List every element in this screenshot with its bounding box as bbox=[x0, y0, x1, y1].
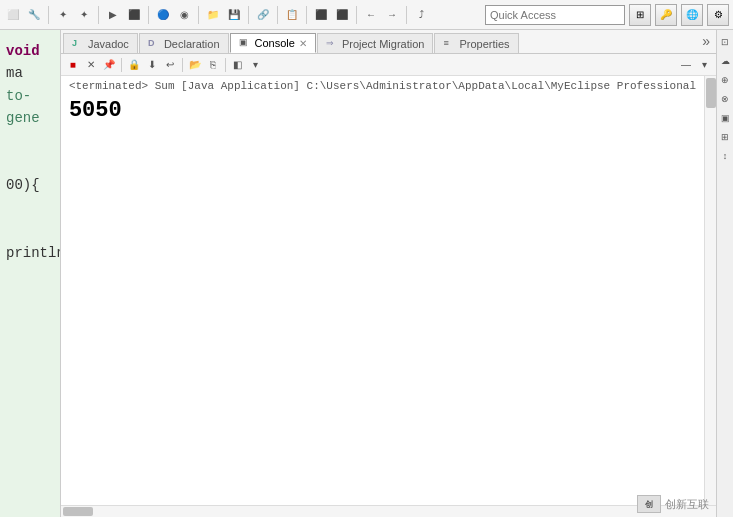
console-toolbar: ■ ✕ 📌 🔒 ⬇ ↩ 📂 ⎘ ◧ ▾ — ▾ bbox=[61, 54, 716, 76]
toolbar-icon-17[interactable]: ⤴ bbox=[412, 6, 430, 24]
left-code-panel: void ma to-gene 00){ println(sum); bbox=[0, 30, 61, 517]
code-line-7 bbox=[6, 219, 54, 241]
console-close-icon[interactable]: ✕ bbox=[299, 38, 307, 49]
code-line-3 bbox=[6, 130, 54, 152]
toolbar-icon-2[interactable]: 🔧 bbox=[25, 6, 43, 24]
qa-button-2[interactable]: 🔑 bbox=[655, 4, 677, 26]
console-clear-icon[interactable]: ✕ bbox=[83, 57, 99, 73]
console-horizontal-scrollbar[interactable] bbox=[61, 505, 716, 517]
console-dropdown-icon[interactable]: ▾ bbox=[248, 57, 264, 73]
console-options-icon[interactable]: ▾ bbox=[696, 57, 712, 73]
watermark-logo: 创 bbox=[637, 495, 661, 513]
tab-console[interactable]: ▣ Console ✕ bbox=[230, 33, 316, 53]
code-keyword-void: void bbox=[6, 43, 40, 59]
quick-access-area: ⊞ 🔑 🌐 ⚙ bbox=[485, 4, 729, 26]
code-line-5: 00){ bbox=[6, 174, 54, 196]
toolbar-icon-12[interactable]: 📋 bbox=[283, 6, 301, 24]
declaration-icon: D bbox=[148, 38, 160, 50]
tab-declaration-label: Declaration bbox=[164, 38, 220, 50]
tab-project-migration-label: Project Migration bbox=[342, 38, 425, 50]
toolbar-icon-1[interactable]: ⬜ bbox=[4, 6, 22, 24]
toolbar-sep-9 bbox=[406, 6, 407, 24]
console-terminated-text: <terminated> Sum [Java Application] C:\U… bbox=[69, 80, 696, 92]
tab-console-label: Console bbox=[255, 37, 295, 49]
console-scroll-lock-icon[interactable]: 🔒 bbox=[126, 57, 142, 73]
right-strip-icon-7[interactable]: ↕ bbox=[717, 148, 733, 164]
console-content: <terminated> Sum [Java Application] C:\U… bbox=[61, 76, 716, 505]
toolbar-sep-5 bbox=[248, 6, 249, 24]
console-tb-sep-1 bbox=[121, 58, 122, 72]
toolbar-icon-6[interactable]: ⬛ bbox=[125, 6, 143, 24]
qa-button-4[interactable]: ⚙ bbox=[707, 4, 729, 26]
right-strip: ⊡ ☁ ⊕ ⊗ ▣ ⊞ ↕ bbox=[716, 30, 733, 517]
tab-declaration[interactable]: D Declaration bbox=[139, 33, 229, 53]
code-text-brace: 00){ bbox=[6, 177, 40, 193]
console-pin-icon[interactable]: 📌 bbox=[101, 57, 117, 73]
top-toolbar: ⬜ 🔧 ✦ ✦ ▶ ⬛ 🔵 ◉ 📁 💾 🔗 📋 ⬛ ⬛ ← → ⤴ ⊞ 🔑 🌐 … bbox=[0, 0, 733, 30]
tab-properties[interactable]: ≡ Properties bbox=[434, 33, 518, 53]
toolbar-icon-14[interactable]: ⬛ bbox=[333, 6, 351, 24]
toolbar-icon-9[interactable]: 📁 bbox=[204, 6, 222, 24]
console-tb-sep-3 bbox=[225, 58, 226, 72]
toolbar-sep-7 bbox=[306, 6, 307, 24]
toolbar-icon-7[interactable]: 🔵 bbox=[154, 6, 172, 24]
toolbar-icon-10[interactable]: 💾 bbox=[225, 6, 243, 24]
console-scrollbar-thumb-v[interactable] bbox=[706, 78, 716, 108]
console-stop-icon[interactable]: ■ bbox=[65, 57, 81, 73]
main-layout: void ma to-gene 00){ println(sum); J bbox=[0, 30, 733, 517]
console-copy-icon[interactable]: ⎘ bbox=[205, 57, 221, 73]
toolbar-icon-3[interactable]: ✦ bbox=[54, 6, 72, 24]
right-strip-icon-4[interactable]: ⊗ bbox=[717, 91, 733, 107]
code-println: println(sum); bbox=[6, 245, 61, 261]
console-scroll-end-icon[interactable]: ⬇ bbox=[144, 57, 160, 73]
toolbar-icon-4[interactable]: ✦ bbox=[75, 6, 93, 24]
toolbar-icons: ⬜ 🔧 ✦ ✦ ▶ ⬛ 🔵 ◉ 📁 💾 🔗 📋 ⬛ ⬛ ← → ⤴ bbox=[4, 6, 483, 24]
tab-javadoc-label: Javadoc bbox=[88, 38, 129, 50]
console-area: J Javadoc D Declaration ▣ Console ✕ ⇒ Pr… bbox=[61, 30, 716, 517]
code-line-2: to-gene bbox=[6, 85, 54, 130]
tab-javadoc[interactable]: J Javadoc bbox=[63, 33, 138, 53]
toolbar-icon-11[interactable]: 🔗 bbox=[254, 6, 272, 24]
code-comment-1: to-gene bbox=[6, 88, 40, 126]
right-strip-icon-1[interactable]: ⊡ bbox=[717, 34, 733, 50]
qa-button-3[interactable]: 🌐 bbox=[681, 4, 703, 26]
console-scrollbar-thumb-h[interactable] bbox=[63, 507, 93, 516]
code-line-1: void ma bbox=[6, 40, 54, 85]
console-minimize-icon[interactable]: — bbox=[678, 57, 694, 73]
right-strip-icon-5[interactable]: ▣ bbox=[717, 110, 733, 126]
qa-button-1[interactable]: ⊞ bbox=[629, 4, 651, 26]
watermark: 创 创新互联 bbox=[637, 495, 709, 513]
code-line-4 bbox=[6, 152, 54, 174]
tab-project-migration[interactable]: ⇒ Project Migration bbox=[317, 33, 434, 53]
toolbar-sep-6 bbox=[277, 6, 278, 24]
toolbar-icon-16[interactable]: → bbox=[383, 6, 401, 24]
right-strip-icon-2[interactable]: ☁ bbox=[717, 53, 733, 69]
quick-access-input[interactable] bbox=[485, 5, 625, 25]
toolbar-icon-13[interactable]: ⬛ bbox=[312, 6, 330, 24]
right-strip-icon-3[interactable]: ⊕ bbox=[717, 72, 733, 88]
tab-properties-label: Properties bbox=[459, 38, 509, 50]
watermark-text: 创新互联 bbox=[665, 497, 709, 512]
code-display: void ma to-gene 00){ println(sum); bbox=[0, 30, 60, 274]
javadoc-icon: J bbox=[72, 38, 84, 50]
console-output: 5050 bbox=[69, 98, 696, 123]
properties-icon: ≡ bbox=[443, 38, 455, 50]
console-word-wrap-icon[interactable]: ↩ bbox=[162, 57, 178, 73]
right-strip-icon-6[interactable]: ⊞ bbox=[717, 129, 733, 145]
toolbar-sep-3 bbox=[148, 6, 149, 24]
toolbar-icon-8[interactable]: ◉ bbox=[175, 6, 193, 24]
toolbar-sep-2 bbox=[98, 6, 99, 24]
toolbar-sep-4 bbox=[198, 6, 199, 24]
tab-more-button[interactable]: » bbox=[698, 29, 714, 53]
console-icon: ▣ bbox=[239, 37, 251, 49]
console-format-icon[interactable]: ◧ bbox=[230, 57, 246, 73]
toolbar-icon-5[interactable]: ▶ bbox=[104, 6, 122, 24]
tab-bar: J Javadoc D Declaration ▣ Console ✕ ⇒ Pr… bbox=[61, 30, 716, 54]
console-vertical-scrollbar[interactable] bbox=[704, 76, 716, 505]
code-line-6 bbox=[6, 197, 54, 219]
console-open-file-icon[interactable]: 📂 bbox=[187, 57, 203, 73]
toolbar-icon-15[interactable]: ← bbox=[362, 6, 380, 24]
toolbar-sep-8 bbox=[356, 6, 357, 24]
code-text-ma: ma bbox=[6, 65, 23, 81]
project-migration-icon: ⇒ bbox=[326, 38, 338, 50]
